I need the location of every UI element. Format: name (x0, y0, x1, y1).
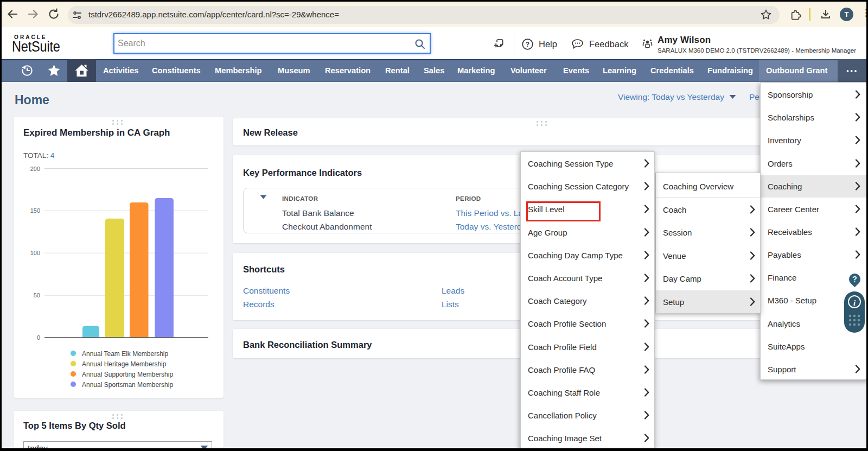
svg-text:Annual Supporting Membership: Annual Supporting Membership (82, 371, 173, 378)
svg-text:100: 100 (30, 250, 40, 256)
svg-text:Annual Team Elk Membership: Annual Team Elk Membership (82, 350, 169, 358)
svg-text:Annual Heritage Membership: Annual Heritage Membership (82, 360, 167, 368)
svg-text:150: 150 (30, 207, 40, 214)
svg-text:?: ? (526, 41, 529, 48)
svg-text:200: 200 (30, 166, 40, 172)
svg-text:Annual Sportsman Membership: Annual Sportsman Membership (82, 381, 173, 389)
svg-text:0: 0 (37, 334, 40, 341)
svg-text:50: 50 (34, 292, 40, 298)
